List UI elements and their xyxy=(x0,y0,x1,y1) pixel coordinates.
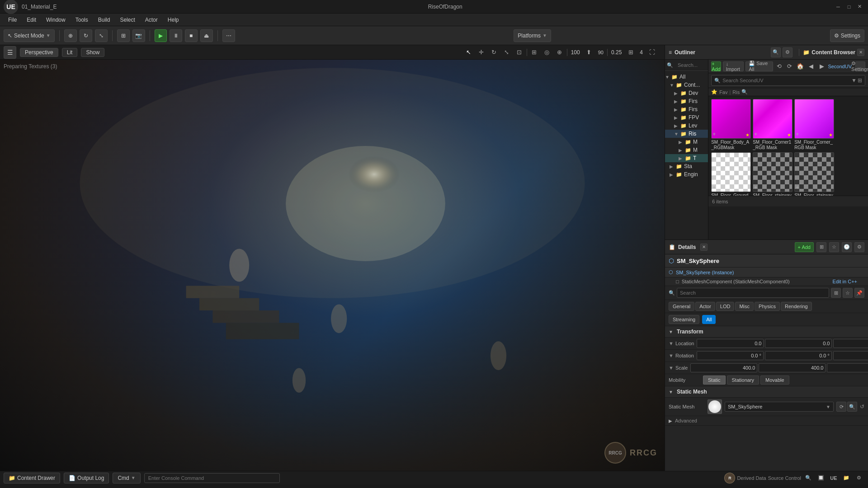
perspective-button[interactable]: Perspective xyxy=(20,48,58,57)
dropdown-arrow-rot[interactable]: ▼ xyxy=(669,353,674,358)
scale-button[interactable]: ⤡ xyxy=(95,29,108,42)
sm-reset-btn[interactable]: ↺ xyxy=(860,404,864,410)
rotation-z[interactable] xyxy=(833,351,868,360)
menu-window[interactable]: Window xyxy=(42,16,70,24)
location-x[interactable] xyxy=(697,339,764,348)
mobility-static[interactable]: Static xyxy=(703,375,726,385)
rotate-tool[interactable]: ↻ xyxy=(489,47,500,58)
tree-item-lev[interactable]: ▶ 📁 Lev xyxy=(665,122,708,130)
tree-item-dev[interactable]: ▶ 📁 Dev xyxy=(665,89,708,97)
select-mode-button[interactable]: ↖ Select Mode ▼ xyxy=(4,29,55,42)
sm-browse-btn[interactable]: ⟳ xyxy=(836,402,846,412)
details-view-btn[interactable]: ⊞ xyxy=(816,242,826,252)
plus-icon-1[interactable]: + xyxy=(712,131,716,137)
details-pin-btn[interactable]: 📌 xyxy=(854,288,864,298)
ris-label[interactable]: Ris xyxy=(732,89,740,95)
hamburger-button[interactable]: ☰ xyxy=(4,46,16,59)
tree-item-firs2[interactable]: ▶ 📁 Firs xyxy=(665,105,708,113)
location-z[interactable] xyxy=(833,339,868,348)
ris-search-icon[interactable]: 🔍 xyxy=(741,89,748,95)
cb-nav-fwd[interactable]: ▶ xyxy=(817,61,826,72)
cb-history-btn[interactable]: ⟲ xyxy=(775,61,784,72)
max-tool[interactable]: ⊡ xyxy=(514,47,525,58)
tab-misc[interactable]: Misc xyxy=(735,302,754,311)
menu-file[interactable]: File xyxy=(4,16,21,24)
eject-button[interactable]: ⏏ xyxy=(200,29,213,42)
details-grid-btn[interactable]: ⊞ xyxy=(831,288,841,298)
platforms-button[interactable]: Platforms ▼ xyxy=(514,29,551,42)
cb-filter-btn[interactable]: ▼ xyxy=(851,77,857,84)
cb-item-5[interactable]: + SM_Floor_stairway_A_RGBMask xyxy=(753,152,793,196)
camera-up-tool[interactable]: ⬆ xyxy=(584,47,594,58)
details-star-btn[interactable]: ☆ xyxy=(829,242,839,252)
rotation-x[interactable] xyxy=(697,351,764,360)
console-input[interactable] xyxy=(144,473,280,483)
layers-count[interactable]: 4 xyxy=(638,49,645,56)
cb-home-btn[interactable]: 🏠 xyxy=(796,61,805,72)
cb-save-btn[interactable]: 💾 Save All xyxy=(745,61,773,71)
near-value[interactable]: 0.25 xyxy=(609,49,623,56)
location-y[interactable] xyxy=(765,339,832,348)
select-tool[interactable]: ↖ xyxy=(463,47,474,58)
details-search-input[interactable] xyxy=(677,288,829,298)
viewport[interactable]: ☰ Perspective Lit Show ↖ ✛ ↻ ⤡ ⊡ ⊞ ◎ ⊕ xyxy=(0,45,665,471)
cb-add-btn[interactable]: + Add xyxy=(711,61,721,71)
tree-item-m2[interactable]: ▶ 📁 M xyxy=(665,146,708,154)
cb-view-btn[interactable]: ⊞ xyxy=(858,77,862,84)
details-settings-btn[interactable]: ⚙ xyxy=(854,242,864,252)
output-log-tab[interactable]: 📄 Output Log xyxy=(64,473,109,483)
sm-dropdown[interactable]: SM_SkySphere ▼ xyxy=(725,402,834,412)
cb-search-input[interactable] xyxy=(721,75,851,85)
tab-physics[interactable]: Physics xyxy=(755,302,780,311)
tree-item-firs1[interactable]: ▶ 📁 Firs xyxy=(665,97,708,105)
settings-button[interactable]: ⚙ Settings xyxy=(830,29,864,42)
source-control-label[interactable]: Source Control xyxy=(768,475,801,481)
lit-button[interactable]: Lit xyxy=(62,48,78,57)
app-tab[interactable]: 01_Material_E xyxy=(22,4,57,10)
scale-y[interactable] xyxy=(759,363,826,372)
cmd-tab[interactable]: Cmd ▼ xyxy=(113,473,140,483)
cb-forward-btn[interactable]: ⟳ xyxy=(785,61,794,72)
content-drawer-tab[interactable]: 📁 Content Drawer xyxy=(4,473,60,483)
tree-item-engin[interactable]: ▶ 📁 Engin xyxy=(665,170,708,178)
component-name[interactable]: StaticMeshComponent (StaticMeshComponent… xyxy=(682,279,790,284)
mobility-stationary[interactable]: Stationary xyxy=(727,375,760,385)
cb-item-6[interactable]: + SM_Floor_stairway_B_RGBMask xyxy=(794,152,834,196)
scale-tool[interactable]: ⤡ xyxy=(501,47,512,58)
angle-value[interactable]: 90 xyxy=(596,50,605,55)
fav-label[interactable]: Fav xyxy=(719,89,727,95)
stop-button[interactable]: ■ xyxy=(185,29,198,42)
plus-icon-3[interactable]: + xyxy=(796,131,799,137)
plus-icon-4[interactable]: + xyxy=(712,184,716,191)
menu-help[interactable]: Help xyxy=(163,16,184,24)
edit-cpp-link[interactable]: Edit in C++ xyxy=(833,279,857,284)
dropdown-arrow-scale[interactable]: ▼ xyxy=(669,365,674,371)
plus-icon-6[interactable]: + xyxy=(796,184,799,191)
scale-z[interactable] xyxy=(827,363,868,372)
tree-item-all[interactable]: ▼ 📁 All xyxy=(665,73,708,81)
tab-rendering[interactable]: Rendering xyxy=(781,302,812,311)
details-add-btn[interactable]: + Add xyxy=(795,242,814,252)
outliner-search-btn[interactable]: 🔍 xyxy=(771,47,781,57)
close-button[interactable]: ✕ xyxy=(855,2,864,11)
cb-item-4[interactable]: + SM_Floor_Ground_A_RGB Mask xyxy=(711,152,751,196)
cb-nav-back[interactable]: ◀ xyxy=(807,61,816,72)
tree-item-sta[interactable]: ▶ 📁 Sta xyxy=(665,162,708,170)
tab-actor[interactable]: Actor xyxy=(695,302,715,311)
plus-icon-5[interactable]: + xyxy=(754,184,757,191)
tab-general[interactable]: General xyxy=(669,302,694,311)
more-button[interactable]: ⋯ xyxy=(222,29,235,42)
outliner-settings-btn[interactable]: ⚙ xyxy=(783,47,793,57)
tab-lod[interactable]: LOD xyxy=(716,302,735,311)
mobility-movable[interactable]: Movable xyxy=(760,375,789,385)
menu-select[interactable]: Select xyxy=(115,16,139,24)
cb-import-btn[interactable]: ↓ Import xyxy=(723,61,744,71)
dropdown-arrow-loc[interactable]: ▼ xyxy=(669,341,674,346)
instance-name[interactable]: SM_SkySphere (Instance) xyxy=(676,270,734,275)
sub-tab-all[interactable]: All xyxy=(702,315,716,324)
layers-icon[interactable]: ⊞ xyxy=(625,47,636,58)
tree-item-ris[interactable]: ▼ 📁 Ris xyxy=(665,130,708,138)
tree-item-fpv[interactable]: ▶ 📁 FPV xyxy=(665,113,708,122)
cb-close-btn[interactable]: ✕ xyxy=(857,49,864,56)
snap-button[interactable]: ⊞ xyxy=(117,29,130,42)
